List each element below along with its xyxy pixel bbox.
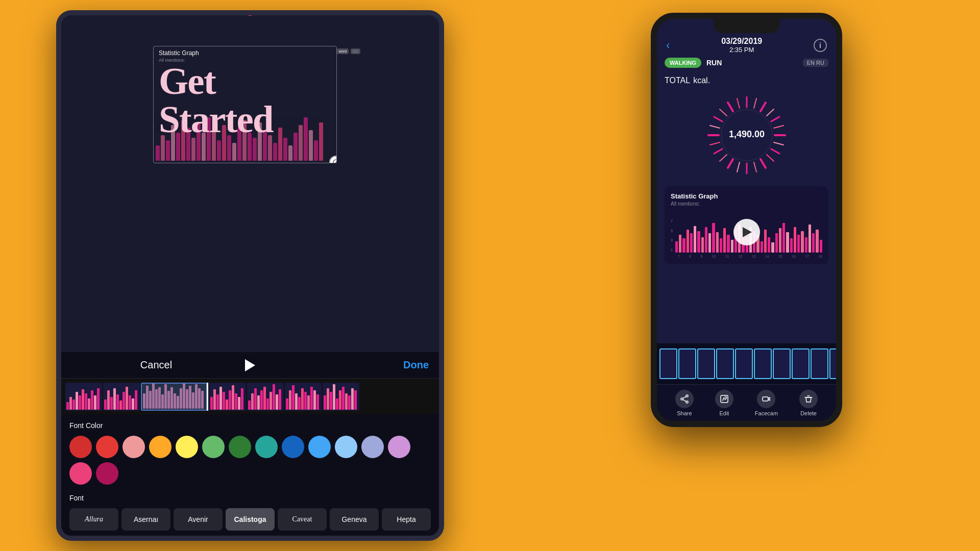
svg-line-46: [737, 98, 740, 108]
phone-info-button[interactable]: i: [814, 39, 827, 52]
svg-line-26: [767, 109, 774, 116]
color-swatch-light-red[interactable]: [122, 436, 145, 458]
svg-line-33: [761, 159, 766, 168]
play-button[interactable]: [241, 356, 259, 374]
color-swatch-blue[interactable]: [308, 436, 331, 458]
font-option-geneva[interactable]: Geneva: [330, 508, 379, 531]
font-option-avenir[interactable]: Avenir: [174, 508, 223, 531]
strip-thumb-5[interactable]: [735, 348, 753, 379]
color-swatch-periwinkle[interactable]: [361, 436, 384, 458]
phone-stat-card: Statistic Graph All mentions: 7 5 3 1: [665, 186, 828, 264]
phone-time: 2:35 PM: [670, 46, 814, 54]
svg-line-45: [728, 103, 733, 111]
strip-thumb-8[interactable]: [792, 348, 810, 379]
circular-sunburst: 1,490.00: [701, 89, 793, 181]
svg-line-32: [767, 155, 774, 161]
lang-badge: EN RU: [803, 59, 828, 67]
workout-type-row: WALKING RUN EN RU: [665, 58, 828, 68]
svg-text:1,490.00: 1,490.00: [728, 129, 764, 139]
color-swatch-yellow[interactable]: [176, 436, 198, 458]
svg-line-28: [774, 126, 783, 128]
color-swatch-dark-blue[interactable]: [282, 436, 304, 458]
delete-icon: [799, 390, 818, 408]
timeline-thumb-2: [103, 383, 140, 411]
svg-point-50: [686, 401, 688, 403]
svg-line-34: [754, 162, 756, 172]
svg-rect-55: [763, 397, 768, 401]
word-badge: word □ □: [337, 48, 360, 54]
strip-thumb-7[interactable]: [773, 348, 791, 379]
svg-line-42: [710, 126, 720, 128]
playback-bar: Cancel Done: [61, 352, 439, 379]
font-section: Font Allura Asernaı Avenir Calistoga Cav…: [61, 490, 439, 536]
phone-back-button[interactable]: ‹: [666, 39, 670, 52]
timeline-thumb-active: [141, 383, 207, 411]
y-axis-labels: 7 5 3 1: [671, 219, 673, 253]
color-swatch-orange[interactable]: [149, 436, 172, 458]
phone-action-bar: Share Edit: [657, 384, 836, 421]
video-preview: Statistic Graph All mentions: Get Starte…: [61, 15, 439, 352]
color-swatch-green[interactable]: [202, 436, 225, 458]
strip-thumb-9[interactable]: [811, 348, 828, 379]
phone-play-overlay: 7 5 3 1: [671, 212, 822, 253]
phone-bottom-strip: [657, 343, 836, 384]
color-swatch-light-blue[interactable]: [335, 436, 357, 458]
svg-line-52: [683, 396, 686, 398]
timeline-thumb-6: [323, 383, 359, 411]
get-started-overlay: Get Started: [159, 62, 273, 138]
preview-card: Statistic Graph All mentions: Get Starte…: [153, 46, 337, 163]
strip-thumb-2[interactable]: [678, 348, 696, 379]
color-swatch-teal[interactable]: [255, 436, 278, 458]
svg-line-24: [754, 98, 756, 108]
phone-date: 03/29/2019: [670, 37, 814, 46]
font-option-hepta[interactable]: Hepta: [382, 508, 431, 531]
svg-line-53: [683, 399, 686, 402]
svg-line-39: [714, 149, 722, 154]
font-option-asernaı[interactable]: Asernaı: [121, 508, 170, 531]
facecam-icon: [757, 390, 775, 408]
font-option-allura[interactable]: Allura: [69, 508, 118, 531]
phone-share-action[interactable]: Share: [675, 390, 694, 416]
phone-facecam-action[interactable]: Facecam: [755, 390, 778, 416]
svg-line-43: [714, 117, 722, 121]
phone-play-icon: [743, 227, 752, 237]
run-label: RUN: [706, 59, 722, 67]
timeline-playhead: [207, 383, 208, 411]
preview-card-border: Statistic Graph All mentions: Get Starte…: [153, 46, 337, 163]
delete-label: Delete: [800, 410, 817, 416]
color-swatch-lavender[interactable]: [388, 436, 410, 458]
svg-line-27: [771, 117, 779, 121]
cancel-button[interactable]: Cancel: [71, 359, 241, 371]
font-option-calistoga[interactable]: Calistoga: [226, 508, 275, 531]
strip-thumb-10[interactable]: [829, 348, 836, 379]
phone-screen: ‹ 03/29/2019 2:35 PM i WALKING RUN EN RU…: [657, 19, 836, 421]
color-swatch-dark-green[interactable]: [229, 436, 251, 458]
timeline-thumb-4: [247, 383, 284, 411]
done-button[interactable]: Done: [259, 359, 429, 371]
timeline-thumb-3: [209, 383, 246, 411]
phone-stat-title: Statistic Graph: [671, 192, 822, 200]
facecam-label: Facecam: [755, 410, 778, 416]
svg-line-40: [710, 142, 720, 145]
phone-notch: [714, 19, 780, 33]
font-options: Allura Asernaı Avenir Calistoga Caveat G…: [69, 508, 431, 531]
timeline-thumb-1: [65, 383, 102, 411]
color-swatch-dark-red[interactable]: [69, 436, 92, 458]
share-label: Share: [677, 410, 692, 416]
phone-play-button[interactable]: [733, 219, 760, 245]
font-option-caveat[interactable]: Caveat: [278, 508, 327, 531]
color-swatch-dark-pink[interactable]: [96, 462, 118, 485]
strip-thumb-4[interactable]: [716, 348, 734, 379]
strip-thumb-6[interactable]: [754, 348, 772, 379]
total-kcal: TOTAL kcal.: [665, 73, 828, 86]
font-color-section: Font Color: [61, 414, 439, 490]
bottom-toolbar: Cancel Done: [61, 352, 439, 536]
color-swatch-red[interactable]: [96, 436, 118, 458]
phone-delete-action[interactable]: Delete: [799, 390, 818, 416]
phone-edit-action[interactable]: Edit: [715, 390, 733, 416]
rotate-icon: [332, 159, 337, 163]
color-swatch-pink[interactable]: [69, 462, 92, 485]
strip-thumb-3[interactable]: [697, 348, 715, 379]
timeline[interactable]: [61, 379, 439, 414]
strip-thumb-1[interactable]: [659, 348, 677, 379]
